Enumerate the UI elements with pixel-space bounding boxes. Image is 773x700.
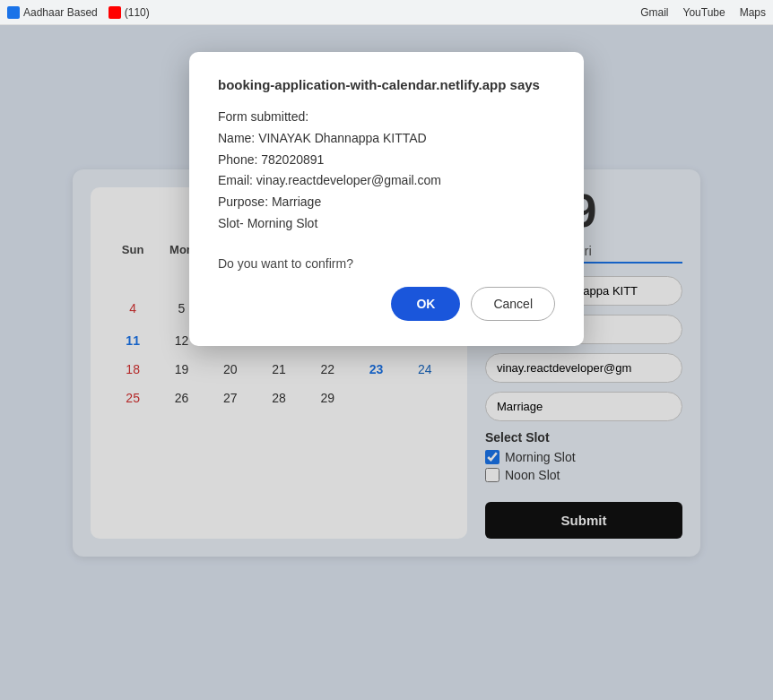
dialog-ok-button[interactable]: OK <box>391 287 460 321</box>
maps-tab[interactable]: Maps <box>740 6 766 19</box>
tab-aadhar-label: Aadhaar Based <box>23 6 98 19</box>
aadhar-favicon <box>7 6 20 19</box>
dialog-cancel-button[interactable]: Cancel <box>471 287 555 321</box>
dialog-box: booking-application-with-calendar.netlif… <box>189 52 584 346</box>
browser-bar-right: Gmail YouTube Maps <box>640 6 766 19</box>
dialog-confirm-text: Do you want to confirm? <box>218 256 555 271</box>
dialog-name-line: Name: VINAYAK Dhannappa KITTAD <box>218 128 555 150</box>
dialog-phone-value: 782020891 <box>261 152 324 167</box>
dialog-slot-line: Slot- Morning Slot <box>218 213 555 235</box>
tab-youtube[interactable]: (110) <box>109 6 150 19</box>
dialog-email-line: Email: vinay.reactdeveloper@gmail.com <box>218 170 555 192</box>
dialog-purpose-label: Purpose: <box>218 194 268 209</box>
youtube-tab[interactable]: YouTube <box>683 6 725 19</box>
main-content: < February 2024 > Sun Mon Tue Wed Thu Fr… <box>0 25 773 700</box>
browser-bar: Aadhaar Based (110) Gmail YouTube Maps <box>0 0 773 25</box>
dialog-slot-value: Morning Slot <box>248 216 318 230</box>
youtube-favicon <box>109 6 121 19</box>
dialog-overlay: booking-application-with-calendar.netlif… <box>0 25 773 700</box>
dialog-phone-label: Phone: <box>218 152 257 167</box>
dialog-email-label: Email: <box>218 173 253 187</box>
dialog-purpose-value: Marriage <box>272 194 321 209</box>
dialog-email-value: vinay.reactdeveloper@gmail.com <box>256 173 441 187</box>
tab-aadhar[interactable]: Aadhaar Based <box>7 6 98 19</box>
dialog-name-label: Name: <box>218 131 255 145</box>
dialog-body: Form submitted: Name: VINAYAK Dhannappa … <box>218 107 555 235</box>
dialog-title: booking-application-with-calendar.netlif… <box>218 77 555 92</box>
dialog-phone-line: Phone: 782020891 <box>218 150 555 171</box>
dialog-name-value: VINAYAK Dhannappa KITTAD <box>258 131 427 145</box>
dialog-buttons: OK Cancel <box>218 287 555 321</box>
gmail-tab[interactable]: Gmail <box>640 6 668 19</box>
tab-youtube-label: (110) <box>125 6 150 19</box>
dialog-purpose-line: Purpose: Marriage <box>218 192 555 213</box>
dialog-slot-label: Slot- <box>218 216 244 230</box>
form-submitted-label: Form submitted: <box>218 107 555 128</box>
